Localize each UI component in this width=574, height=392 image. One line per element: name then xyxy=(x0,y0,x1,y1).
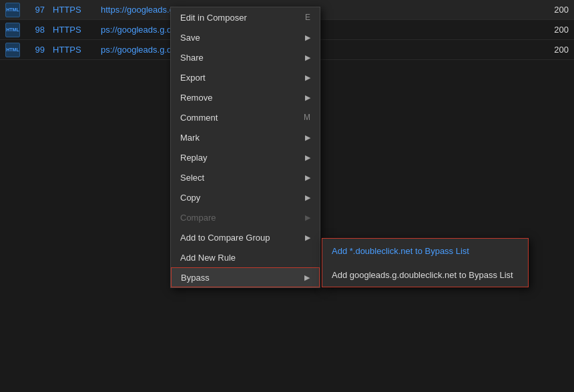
file-type-icon: HTML xyxy=(5,23,20,37)
row-status: 200 xyxy=(545,45,569,55)
menu-item-label: Bypass xyxy=(181,273,299,283)
menu-item-share[interactable]: Share ▶ xyxy=(171,47,320,67)
row-method: HTTPS xyxy=(53,45,93,55)
arrow-right-icon: ▶ xyxy=(305,73,310,82)
row-method: HTTPS xyxy=(53,25,93,35)
menu-item-remove[interactable]: Remove ▶ xyxy=(171,87,320,107)
arrow-right-icon: ▶ xyxy=(304,273,310,282)
row-number: 97 xyxy=(28,5,45,15)
row-number: 99 xyxy=(28,45,45,55)
context-menu: Edit in Composer E Save ▶ Share ▶ Export… xyxy=(170,7,320,288)
row-status: 200 xyxy=(545,5,569,15)
arrow-right-icon: ▶ xyxy=(305,133,310,142)
menu-item-comment[interactable]: Comment M xyxy=(171,107,320,127)
menu-item-shortcut: M xyxy=(304,113,310,122)
row-status: 200 xyxy=(545,25,569,35)
menu-item-label: Add New Rule xyxy=(180,253,310,263)
menu-item-label: Edit in Composer xyxy=(180,13,300,23)
file-type-icon: HTML xyxy=(5,43,20,57)
arrow-right-icon: ▶ xyxy=(305,173,310,182)
arrow-right-icon: ▶ xyxy=(305,153,310,162)
bypass-submenu-item-wildcard[interactable]: Add *.doubleclick.net to Bypass List xyxy=(322,239,528,263)
file-type-icon: HTML xyxy=(5,3,20,17)
menu-item-add-new-rule[interactable]: Add New Rule xyxy=(171,247,320,267)
bypass-submenu-label: Add *.doubleclick.net to Bypass List xyxy=(332,246,469,256)
menu-item-label: Copy xyxy=(180,193,300,203)
arrow-right-icon: ▶ xyxy=(305,33,310,42)
arrow-right-icon: ▶ xyxy=(305,233,310,242)
bypass-submenu-item-exact[interactable]: Add googleads.g.doubleclick.net to Bypas… xyxy=(322,263,528,287)
menu-item-label: Share xyxy=(180,53,300,63)
row-number: 98 xyxy=(28,25,45,35)
menu-item-label: Add to Compare Group xyxy=(180,233,300,243)
arrow-right-icon: ▶ xyxy=(305,53,310,62)
arrow-right-icon: ▶ xyxy=(305,213,310,222)
bypass-submenu: Add *.doubleclick.net to Bypass List Add… xyxy=(322,238,529,287)
menu-item-save[interactable]: Save ▶ xyxy=(171,27,320,47)
menu-item-export[interactable]: Export ▶ xyxy=(171,67,320,87)
menu-item-label: Replay xyxy=(180,153,300,163)
menu-item-bypass[interactable]: Bypass ▶ xyxy=(171,267,320,287)
menu-item-label: Mark xyxy=(180,133,300,143)
menu-item-label: Remove xyxy=(180,93,300,103)
menu-item-mark[interactable]: Mark ▶ xyxy=(171,127,320,147)
bypass-menu-wrapper: Bypass ▶ Add *.doubleclick.net to Bypass… xyxy=(171,267,320,287)
menu-item-shortcut: E xyxy=(305,13,310,22)
arrow-right-icon: ▶ xyxy=(305,93,310,102)
menu-item-label: Compare xyxy=(180,213,300,223)
bypass-submenu-label: Add googleads.g.doubleclick.net to Bypas… xyxy=(332,270,513,280)
menu-item-label: Select xyxy=(180,173,300,183)
arrow-right-icon: ▶ xyxy=(305,193,310,202)
menu-item-compare[interactable]: Compare ▶ xyxy=(171,207,320,227)
menu-item-label: Save xyxy=(180,33,300,43)
menu-item-replay[interactable]: Replay ▶ xyxy=(171,147,320,167)
menu-item-select[interactable]: Select ▶ xyxy=(171,167,320,187)
menu-item-label: Export xyxy=(180,73,300,83)
menu-item-label: Comment xyxy=(180,113,298,123)
menu-item-copy[interactable]: Copy ▶ xyxy=(171,187,320,207)
menu-item-edit-composer[interactable]: Edit in Composer E xyxy=(171,7,320,27)
menu-item-add-compare-group[interactable]: Add to Compare Group ▶ xyxy=(171,227,320,247)
row-method: HTTPS xyxy=(53,5,93,15)
